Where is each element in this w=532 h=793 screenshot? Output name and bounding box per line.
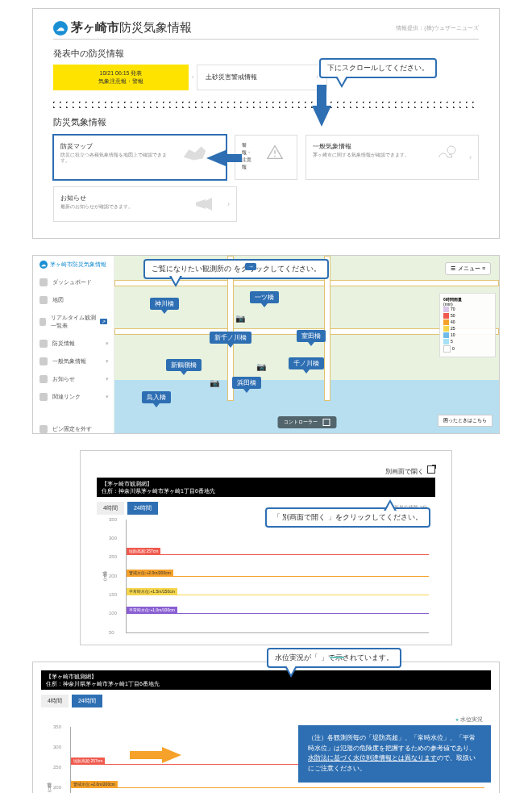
sidebar-item-notice[interactable]: お知らせ (33, 370, 114, 388)
alert-issued-type: 気象注意報・警報 (64, 77, 177, 86)
chart-header: 【茅ヶ崎市観測網】 住所：神奈川県茅ヶ崎市茅ヶ崎1丁目6番地先 (97, 478, 435, 497)
alert-issued-card[interactable]: 10/21 06:15 発表 気象注意報・警報 (53, 65, 189, 90)
arrow-badge-icon: → (245, 263, 256, 270)
weather-info-heading: 防災気象情報 (53, 116, 479, 128)
marker-label: 神川橋 (155, 300, 174, 307)
chevron-right-icon: › (189, 65, 197, 90)
map-menu-button[interactable]: ☰ メニュー ≡ (445, 262, 491, 275)
card-desc: 茅ヶ崎市に関する気象情報が確認できます。 (313, 152, 426, 159)
warning-title: 土砂災害警戒情報 (206, 73, 257, 81)
sidebar-item-label: お知らせ (52, 375, 75, 383)
provider-label: 情報提供：(株)ウェザーニューズ (396, 24, 479, 32)
site-title-rest: 防災気象情報 (119, 20, 192, 34)
tab-24h[interactable]: 24時間 (127, 502, 158, 515)
note-text: （注）各観測所毎の「堤防高超」、「常時水位」、「平常時水位」は氾濫の危険度を把握… (308, 734, 476, 772)
bell-icon (39, 375, 48, 383)
open-new-label: 別画面で開く (385, 468, 424, 475)
wave-divider (53, 102, 479, 108)
alert-icon (39, 340, 48, 348)
link-icon (39, 393, 48, 401)
sidebar-item-disaster-info[interactable]: 防災情報 (33, 335, 114, 353)
legend-value: 5 (451, 339, 453, 344)
sidebar-item-dashboard[interactable]: ダッシュボード (33, 273, 114, 291)
marker-label: 室田橋 (301, 332, 321, 340)
pin-icon (39, 425, 48, 433)
marker-label: 浜田橋 (237, 379, 256, 386)
sidebar: ☁ 茅ヶ崎市防災気象情報 ダッシュボード 地図 リアルタイム観測一覧表 ↗ 防災… (33, 256, 114, 433)
marker-label: 新千ノ川橋 (214, 334, 247, 341)
sidebar-item-map[interactable]: 地図 (33, 291, 114, 309)
legend-value: 40 (451, 319, 455, 324)
map-controller-bar[interactable]: コントローラー (277, 416, 336, 428)
threshold-label: 平常時水位:+1.0m/100cm (127, 607, 177, 613)
card-warn[interactable]: 警報・注意報 (235, 135, 297, 180)
camera-icon[interactable]: 📷 (256, 362, 266, 371)
sidebar-item-label: リアルタイム観測一覧表 (51, 314, 98, 330)
threshold-label: 堤防高超:257cm (127, 548, 160, 554)
sidebar-item-label-wrap: リアルタイム観測一覧表 ↗ (51, 314, 107, 330)
marker-shinsennokawa[interactable]: 新千ノ川橋 (210, 332, 251, 344)
sidebar-app-title-text: 茅ヶ崎市防災気象情報 (50, 261, 106, 269)
map-icon (39, 296, 48, 304)
dashboard-icon (39, 278, 48, 286)
callout-click-station-text: ご覧になりたい観測所の をクリックしてください。 (152, 265, 321, 273)
chevron-right-icon: › (316, 73, 318, 81)
warning-triangle-icon (260, 142, 290, 163)
threshold-label: 平常時水位:+1.5m/150cm (127, 588, 177, 595)
sidebar-item-label: 地図 (52, 296, 64, 304)
sidebar-item-links[interactable]: 関連リンク (33, 388, 114, 406)
marker-sennokawa[interactable]: 千ノ川橋 (289, 357, 324, 369)
chevron-right-icon: › (227, 200, 230, 208)
tab-4h[interactable]: 4時間 (97, 502, 124, 515)
sidebar-app-title: ☁ 茅ヶ崎市防災気象情報 (33, 256, 114, 273)
marker-hamada[interactable]: 浜田橋 (232, 377, 261, 389)
portal-panel: ☁ 茅ヶ崎市防災気象情報 情報提供：(株)ウェザーニューズ 発表中の防災情報 1… (32, 8, 500, 239)
camera-icon[interactable]: 📷 (210, 378, 219, 387)
arrow-left-icon (206, 150, 242, 166)
tab-24h[interactable]: 24時間 (72, 695, 102, 707)
map-legend: 6時間雨量 (mm) 70 50 40 25 10 5 0 (439, 293, 496, 357)
marker-hitotsu[interactable]: 一ツ橋 (250, 291, 279, 303)
controller-stop-icon[interactable] (322, 419, 330, 426)
legend-label: 水位実況 (460, 716, 483, 722)
chart-popup-panel: 別画面で開く 【茅ヶ崎市観測網】 住所：神奈川県茅ヶ崎市茅ヶ崎1丁目6番地先 4… (80, 450, 452, 645)
card-disaster-map[interactable]: 防災マップ 防災に役立つ各種気象情報を地図上で確認できます。 › (53, 135, 227, 180)
arrow-down-icon (312, 85, 331, 127)
threshold-label: 警戒水位:+2.0m/200cm (127, 570, 173, 576)
teal-line-icon (330, 657, 344, 658)
callout-click-station: ご覧になりたい観測所の をクリックしてください。 → (143, 259, 329, 279)
help-link[interactable]: 困ったときはこちら (438, 415, 493, 427)
marker-murota[interactable]: 室田橋 (297, 330, 326, 342)
chart-header-line1: 【茅ヶ崎市観測網】 (46, 673, 486, 680)
sidebar-item-realtime[interactable]: リアルタイム観測一覧表 ↗ (33, 309, 114, 335)
legend-value: 70 (451, 307, 455, 311)
weather-icon (39, 357, 48, 365)
megaphone-icon (190, 194, 221, 215)
site-title: 茅ヶ崎市防災気象情報 (71, 20, 192, 35)
camera-icon[interactable]: 📷 (235, 314, 245, 323)
warning-card[interactable]: 土砂災害警戒情報 › (197, 65, 327, 90)
marker-shintsurune[interactable]: 新鶴嶺橋 (166, 359, 202, 371)
card-general-weather[interactable]: 一般気象情報 茅ヶ崎市に関する気象情報が確認できます。 › (305, 135, 479, 180)
chart-header-line2: 住所：神奈川県茅ヶ崎市茅ヶ崎1丁目6番地先 (46, 680, 486, 687)
callout-open-new: 「 別画面で開く 」をクリックしてください。 (265, 507, 430, 528)
svg-point-2 (447, 146, 455, 154)
callout-open-new-text: 「 別画面で開く 」をクリックしてください。 (273, 513, 422, 521)
legend-value: 10 (451, 332, 455, 337)
sidebar-item-unpin[interactable]: ピン固定を外す (33, 420, 114, 438)
controller-label: コントローラー (284, 419, 318, 426)
chart-tab-bar: 4時間 24時間 (41, 695, 491, 707)
card-notice[interactable]: お知らせ 最新のお知らせが確認できます。 › (53, 186, 237, 222)
help-link-label: 困ったときはこちら (443, 418, 487, 423)
chart-header-line2: 住所：神奈川県茅ヶ崎市茅ヶ崎1丁目6番地先 (102, 487, 430, 495)
open-new-window-link[interactable]: 別画面で開く (97, 462, 435, 478)
marker-toriiri[interactable]: 鳥入橋 (142, 391, 171, 403)
tab-4h[interactable]: 4時間 (41, 695, 69, 707)
sidebar-item-general-weather[interactable]: 一般気象情報 (33, 353, 114, 370)
map-area[interactable]: ご覧になりたい観測所の をクリックしてください。 → ☰ メニュー ≡ 神川橋 … (114, 256, 499, 433)
portal-header: ☁ 茅ヶ崎市防災気象情報 情報提供：(株)ウェザーニューズ (53, 17, 479, 40)
card-title: 一般気象情報 (313, 142, 426, 151)
marker-kamikawa[interactable]: 神川橋 (150, 298, 179, 310)
marker-label: 一ツ橋 (255, 294, 274, 301)
alert-issued-time: 10/21 06:15 発表 (64, 69, 177, 77)
